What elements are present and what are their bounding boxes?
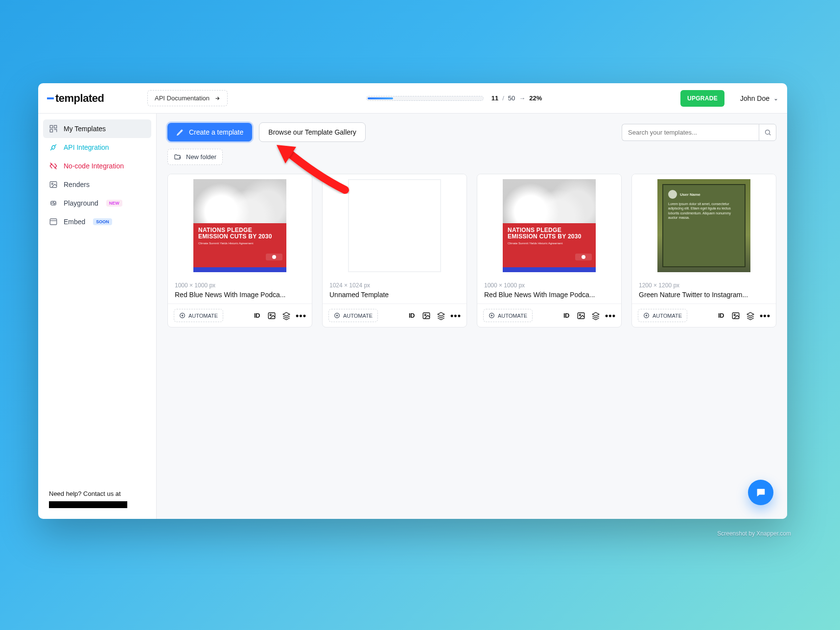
more-button[interactable]: ••• xyxy=(451,311,461,321)
svg-point-12 xyxy=(424,314,426,316)
api-documentation-button[interactable]: API Documentation xyxy=(147,90,228,106)
automate-button[interactable]: AUTOMATE xyxy=(638,309,687,322)
create-template-button[interactable]: Create a template xyxy=(167,123,252,141)
svg-point-9 xyxy=(270,314,271,316)
card-actions: AUTOMATE ID ••• xyxy=(477,303,621,327)
app-window: templated API Documentation 11 / 50 → 22… xyxy=(38,83,787,519)
layers-button[interactable] xyxy=(746,311,755,321)
id-button[interactable]: ID xyxy=(252,311,262,321)
sidebar-item-playground[interactable]: Playground NEW xyxy=(43,194,151,212)
user-name: John Doe xyxy=(740,94,770,102)
logo-text: templated xyxy=(55,92,104,105)
progress-text: 11 / 50 → 22% xyxy=(491,94,542,102)
svg-point-4 xyxy=(51,183,53,185)
new-folder-label: New folder xyxy=(186,153,216,161)
id-button[interactable]: ID xyxy=(561,311,571,321)
svg-point-15 xyxy=(579,314,581,316)
svg-point-18 xyxy=(734,314,735,316)
arrow-right-icon: → xyxy=(519,94,525,102)
user-menu[interactable]: John Doe ⌄ xyxy=(740,94,778,102)
template-title: Red Blue News With Image Podca... xyxy=(168,289,312,303)
more-button[interactable]: ••• xyxy=(760,311,770,321)
sidebar-item-my-templates[interactable]: My Templates xyxy=(43,119,151,138)
automate-label: AUTOMATE xyxy=(498,313,527,319)
svg-rect-2 xyxy=(50,130,52,132)
sidebar: My Templates API Integration No-code Int… xyxy=(38,114,157,519)
sidebar-item-renders[interactable]: Renders xyxy=(43,175,151,194)
svg-rect-5 xyxy=(50,219,57,225)
template-card[interactable]: GLOBAL HEADLINES PODCAST NATIONS PLEDGE … xyxy=(477,174,622,327)
svg-rect-3 xyxy=(50,182,57,187)
thumb-sub: Climate Summit Yields Historic Agreement xyxy=(198,242,281,245)
progress-total: 50 xyxy=(508,94,515,102)
api-doc-label: API Documentation xyxy=(155,94,210,102)
sidebar-item-nocode-integration[interactable]: No-code Integration xyxy=(43,157,151,175)
usage-progress: 11 / 50 → 22% xyxy=(236,94,672,102)
template-dimensions: 1000 × 1000 px xyxy=(477,277,621,289)
template-thumbnail: GLOBAL HEADLINES PODCAST NATIONS PLEDGE … xyxy=(477,174,621,277)
search xyxy=(622,124,776,141)
layers-button[interactable] xyxy=(436,311,446,321)
template-thumbnail xyxy=(323,174,467,277)
id-button[interactable]: ID xyxy=(716,311,726,321)
svg-point-6 xyxy=(765,130,770,134)
help-text: Need help? Contact us at xyxy=(43,490,151,501)
template-thumbnail: GLOBAL HEADLINES PODCAST NATIONS PLEDGE … xyxy=(168,174,312,277)
sidebar-item-label: API Integration xyxy=(64,143,109,151)
template-thumbnail: User Name Lorem ipsum dolor sit amet, co… xyxy=(632,174,776,277)
card-actions: AUTOMATE ID ••• xyxy=(323,303,467,327)
thumb-headline: NATIONS PLEDGE EMISSION CUTS BY 2030 xyxy=(508,227,591,240)
image-button[interactable] xyxy=(576,311,586,321)
template-card[interactable]: 1024 × 1024 px Unnamed Template AUTOMATE… xyxy=(322,174,467,327)
template-card[interactable]: GLOBAL HEADLINES PODCAST NATIONS PLEDGE … xyxy=(167,174,312,327)
search-input[interactable] xyxy=(622,124,759,141)
main-content: Create a template Browse our Template Ga… xyxy=(157,114,787,519)
more-button[interactable]: ••• xyxy=(606,311,615,321)
progress-percent: 22% xyxy=(529,94,542,102)
sidebar-item-api-integration[interactable]: API Integration xyxy=(43,138,151,157)
upgrade-button[interactable]: UPGRADE xyxy=(680,90,724,107)
svg-rect-1 xyxy=(54,125,57,128)
template-title: Unnamed Template xyxy=(323,289,467,303)
template-dimensions: 1024 × 1024 px xyxy=(323,277,467,289)
automate-button[interactable]: AUTOMATE xyxy=(483,309,533,322)
sidebar-item-label: Renders xyxy=(64,181,90,188)
id-button[interactable]: ID xyxy=(407,311,417,321)
new-folder-button[interactable]: New folder xyxy=(167,149,223,165)
automate-button[interactable]: AUTOMATE xyxy=(174,309,223,322)
image-button[interactable] xyxy=(267,311,277,321)
more-button[interactable]: ••• xyxy=(296,311,306,321)
chevron-down-icon: ⌄ xyxy=(773,95,778,102)
thumb-user: User Name xyxy=(680,192,700,197)
templates-grid: GLOBAL HEADLINES PODCAST NATIONS PLEDGE … xyxy=(157,165,787,336)
template-title: Red Blue News With Image Podca... xyxy=(477,289,621,303)
automate-button[interactable]: AUTOMATE xyxy=(328,309,378,322)
automate-label: AUTOMATE xyxy=(188,313,218,319)
progress-used: 11 xyxy=(491,94,498,102)
nocode-icon xyxy=(49,162,58,170)
toolbar: Create a template Browse our Template Ga… xyxy=(157,114,787,142)
chat-fab[interactable] xyxy=(748,480,773,505)
browse-gallery-button[interactable]: Browse our Template Gallery xyxy=(259,122,365,142)
spotify-icon xyxy=(575,254,592,260)
spotify-icon xyxy=(266,254,282,260)
svg-rect-8 xyxy=(268,313,275,319)
thumb-headline: NATIONS PLEDGE EMISSION CUTS BY 2030 xyxy=(198,227,281,240)
folder-plus-icon xyxy=(174,153,181,161)
layers-button[interactable] xyxy=(281,311,291,321)
search-button[interactable] xyxy=(759,124,776,141)
playground-icon xyxy=(49,199,58,208)
sidebar-item-embed[interactable]: Embed SOON xyxy=(43,212,151,231)
image-button[interactable] xyxy=(731,311,741,321)
topbar: templated API Documentation 11 / 50 → 22… xyxy=(38,83,787,114)
image-button[interactable] xyxy=(421,311,431,321)
svg-rect-11 xyxy=(423,313,430,319)
sidebar-item-label: No-code Integration xyxy=(64,162,124,170)
template-card[interactable]: User Name Lorem ipsum dolor sit amet, co… xyxy=(631,174,776,327)
svg-rect-17 xyxy=(732,313,739,319)
soon-badge: SOON xyxy=(93,218,112,225)
layers-button[interactable] xyxy=(591,311,601,321)
templates-icon xyxy=(49,124,58,133)
sidebar-item-label: Embed xyxy=(64,218,85,226)
api-icon xyxy=(49,143,58,152)
